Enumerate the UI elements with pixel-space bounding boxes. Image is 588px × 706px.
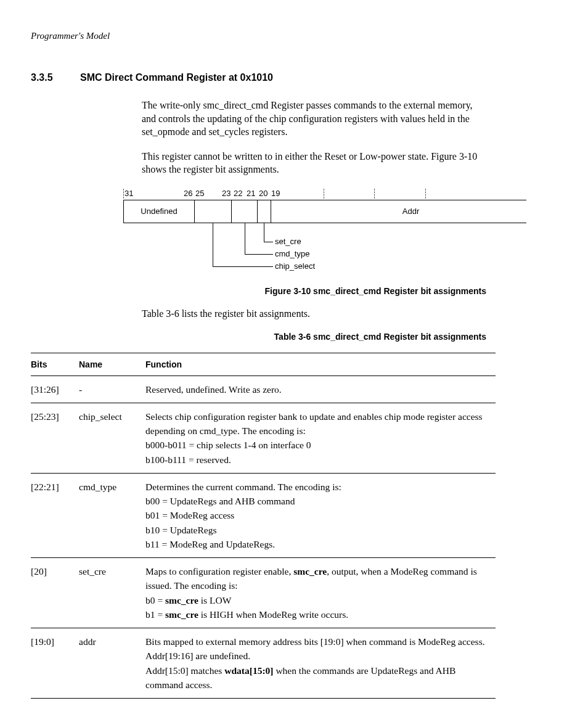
bit-assignments-table: Bits Name Function [31:26]-Reserved, und… [31, 353, 496, 699]
cell-name: addr [79, 628, 145, 699]
field-cmd-type [232, 200, 258, 223]
section-title: SMC Direct Command Register at 0x1010 [80, 72, 273, 83]
section-heading: 3.3.5 SMC Direct Command Register at 0x1… [31, 72, 496, 83]
table-row: [22:21]cmd_typeDetermines the current co… [31, 473, 496, 557]
table-row: [19:0]addrBits mapped to external memory… [31, 628, 496, 699]
cell-name: - [79, 376, 145, 403]
bit-label: 26 [184, 189, 192, 198]
callout-lines: set_cre cmd_type chip_select [123, 223, 496, 279]
table-row: [31:26]-Reserved, undefined. Write as ze… [31, 376, 496, 403]
cell-bits: [22:21] [31, 473, 79, 557]
field-undefined: Undefined [124, 200, 195, 223]
body-paragraph: Table 3-6 lists the register bit assignm… [142, 307, 486, 321]
field-chip-select [195, 200, 232, 223]
section-number: 3.3.5 [31, 72, 80, 83]
cell-function: Selects chip configuration register bank… [145, 403, 496, 473]
body-paragraph: The write-only smc_direct_cmd Register p… [142, 99, 486, 139]
th-function: Function [145, 353, 496, 376]
register-row: Undefined Addr [123, 200, 526, 223]
cell-bits: [20] [31, 558, 79, 628]
cell-function: Reserved, undefined. Write as zero. [145, 376, 496, 403]
cell-function: Bits mapped to external memory address b… [145, 628, 496, 699]
cell-name: cmd_type [79, 473, 145, 557]
bit-label: 25 [195, 189, 204, 198]
cell-function: Maps to configuration register enable, s… [145, 558, 496, 628]
field-addr: Addr [271, 200, 526, 223]
field-set-cre [258, 200, 271, 223]
bit-label: 21 [247, 189, 255, 198]
callout-chip-select: chip_select [275, 261, 315, 271]
bit-label: 22 [234, 189, 242, 198]
bit-label: 19 [271, 189, 280, 198]
cell-name: set_cre [79, 558, 145, 628]
cell-name: chip_select [79, 403, 145, 473]
table-caption: Table 3-6 smc_direct_cmd Register bit as… [31, 332, 486, 342]
bit-label: 20 [259, 189, 267, 198]
bit-label: 23 [222, 189, 231, 198]
cell-bits: [19:0] [31, 628, 79, 699]
th-name: Name [79, 353, 145, 376]
callout-set-cre: set_cre [275, 237, 301, 246]
register-figure: 31 26 25 23 22 21 20 19 0 Undefined Addr… [123, 189, 496, 279]
bit-number-row: 31 26 25 23 22 21 20 19 0 [123, 189, 496, 200]
table-row: [25:23]chip_selectSelects chip configura… [31, 403, 496, 473]
cell-function: Determines the current command. The enco… [145, 473, 496, 557]
table-row: [20]set_creMaps to configuration registe… [31, 558, 496, 628]
th-bits: Bits [31, 353, 79, 376]
cell-bits: [25:23] [31, 403, 79, 473]
cell-bits: [31:26] [31, 376, 79, 403]
body-paragraph: This register cannot be written to in ei… [142, 150, 486, 176]
bit-label: 31 [125, 189, 133, 198]
figure-caption: Figure 3-10 smc_direct_cmd Register bit … [31, 286, 486, 296]
callout-cmd-type: cmd_type [275, 249, 309, 258]
running-header: Programmer's Model [31, 31, 496, 41]
